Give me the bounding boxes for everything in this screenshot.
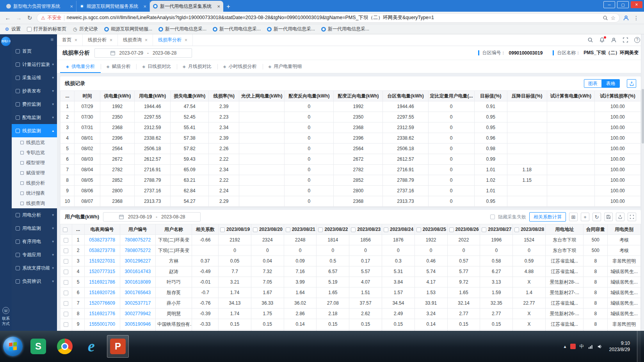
cell-link[interactable]: 3001765643 (120, 287, 155, 298)
cell-link[interactable]: 3001296227 (120, 256, 155, 266)
sidebar-subitem[interactable]: 模型管理 (12, 158, 57, 168)
sidebar-subitem[interactable]: 线损查询 (12, 198, 57, 208)
sidebar-item[interactable]: 负荷辨识▾ (12, 275, 57, 288)
input-method-indicator[interactable]: 中 (580, 343, 584, 350)
subtab[interactable]: ◈供电量分析 (60, 60, 101, 73)
export-icon[interactable] (616, 213, 624, 221)
scrollbar[interactable] (641, 34, 644, 331)
show-desktop-button[interactable] (637, 331, 641, 362)
sidebar-item[interactable]: 计量运行监测▾ (12, 58, 57, 71)
tab-close-icon[interactable]: × (217, 4, 220, 9)
bookmark-item[interactable]: 新一代用电信息采... (158, 26, 206, 32)
cell-link[interactable]: 1555001700 (84, 319, 120, 330)
browser-tab[interactable]: 新型电力负荷管理系统× (3, 1, 76, 12)
taskbar-wps-icon[interactable]: S (27, 335, 49, 358)
cell-link[interactable]: 3001614743 (120, 266, 155, 277)
tab-close-icon[interactable]: × (70, 4, 73, 9)
new-tab-button[interactable]: + (223, 2, 233, 12)
cell-link[interactable]: 0538273778 (84, 235, 120, 245)
taskbar-ie-icon[interactable]: e (80, 335, 102, 358)
browser-tab[interactable]: 能源互联网营销服务系统× (76, 1, 150, 12)
subtab[interactable]: ◈赋值分析 (101, 60, 137, 73)
cell-link[interactable]: 3005190947 (120, 330, 155, 331)
cell-link[interactable]: 7808075272 (120, 245, 155, 256)
row-checkbox[interactable] (64, 322, 68, 327)
bookmark-item[interactable]: 新一代用电信息采... (321, 26, 369, 32)
grid-settings-icon[interactable]: ⊞ (569, 213, 578, 221)
start-button[interactable] (3, 337, 23, 356)
url-field[interactable]: ⚠ 不安全 neweic.js.sgcc.com.cn/#/llm/line/L… (37, 13, 620, 23)
column-checkbox[interactable] (318, 227, 323, 232)
app-tab[interactable]: 线损分析× (83, 34, 118, 46)
table-row[interactable]: 508/0225642506.1857.822.26025642506.1800… (60, 144, 641, 154)
tab-close-icon[interactable]: × (75, 37, 77, 43)
sidebar-item[interactable]: 用电分析▾ (12, 208, 57, 222)
sidebar-subitem[interactable]: 线损总览 (12, 137, 57, 147)
sidebar-subitem[interactable]: 专职总览 (12, 147, 57, 158)
subtab[interactable]: ◈日线损对比 (136, 60, 177, 73)
bookmark-item[interactable]: 新一代用电信息采... (213, 26, 261, 32)
add-icon[interactable]: + (581, 213, 589, 221)
sidebar-item[interactable]: 系统支撑功能▾ (12, 261, 57, 275)
taskbar-chrome-icon[interactable] (54, 335, 76, 358)
sidebar-subitem[interactable]: 线损分析 (12, 178, 57, 188)
sidebar-item[interactable]: 采集运维▾ (12, 71, 57, 84)
cell-link[interactable]: 1555001701 (84, 330, 120, 331)
network-icon[interactable] (588, 344, 593, 349)
bookmark-item[interactable]: ◷历史记录 (73, 26, 98, 32)
table-row[interactable]: 615169207263001765643殷存英-0.71.741.671.64… (60, 287, 641, 298)
cell-link[interactable]: 3005190946 (120, 319, 155, 330)
cell-link[interactable]: 1516920726 (84, 287, 120, 298)
sidebar-item[interactable]: 配电监测▾ (12, 111, 57, 124)
profile-icon[interactable] (623, 15, 629, 21)
sidebar-item[interactable]: 线损监测▴ (12, 124, 57, 137)
cell-link[interactable]: 1520776609 (84, 298, 120, 309)
bookmark-item[interactable]: 新一代用电信息采... (267, 26, 315, 32)
table-row[interactable]: 715207766093002537717薛小芹-0.7634.1336.333… (60, 298, 641, 309)
zoom-icon[interactable] (603, 15, 608, 21)
hide-failed-checkbox[interactable] (490, 215, 495, 219)
browser-menu-icon[interactable]: ⋮ (632, 15, 640, 21)
maximize-button[interactable]: ▢ (617, 1, 629, 8)
table-row[interactable]: 1015550017013005190947中国铁塔股份有...-0.170.2… (60, 330, 641, 331)
security-warning[interactable]: 不安全 (48, 14, 62, 21)
table-row[interactable]: 105382737787808075272下坝(二)环美变-0.66219223… (60, 235, 641, 245)
sidebar-item[interactable]: 用电监测▾ (12, 222, 57, 235)
column-checkbox[interactable] (482, 227, 486, 232)
sidebar-item[interactable]: 首页 (12, 44, 57, 58)
help-icon[interactable]: ? (634, 37, 640, 43)
cell-link[interactable]: 1520777315 (84, 266, 120, 277)
column-checkbox[interactable] (514, 227, 519, 232)
row-checkbox[interactable] (64, 280, 68, 285)
tab-close-icon[interactable]: × (185, 37, 187, 43)
bookmark-item[interactable]: ⚙设置 (5, 26, 21, 32)
forward-icon[interactable]: → (15, 14, 23, 21)
subtab[interactable]: ◈小时线损分析 (217, 60, 263, 73)
subtab[interactable]: ◈月线损对比 (177, 60, 217, 73)
sidebar-item[interactable]: 有序用电▾ (12, 235, 57, 248)
bell-icon[interactable] (599, 37, 605, 43)
row-checkbox[interactable] (64, 291, 68, 295)
table-row[interactable]: 315192270313001296227方林0.370.050.040.090… (60, 256, 641, 266)
table-row[interactable]: 708/0427822716.9165.092.34027822716.9101… (60, 165, 641, 175)
cell-link[interactable]: 3001618089 (120, 277, 155, 287)
cell-link[interactable]: 1516921776 (84, 309, 120, 319)
table-row[interactable]: 608/0326722612.5759.432.22026722612.5700… (60, 154, 641, 165)
row-checkbox[interactable] (64, 238, 68, 243)
tab-close-icon[interactable]: × (145, 37, 148, 43)
scrollbar-thumb[interactable] (642, 89, 644, 144)
app-tab[interactable]: 线损率分析× (153, 34, 193, 46)
browser-tab[interactable]: 新一代用电信息采集系统× (150, 1, 223, 12)
contact-block[interactable]: ☏ 联系方式 (1, 307, 11, 328)
table-row[interactable]: 408/0123962338.6257.382.39023962338.6200… (60, 133, 641, 144)
taskbar-powerpoint-icon[interactable]: P (107, 335, 129, 358)
minimize-button[interactable]: ─ (603, 1, 615, 8)
row-checkbox[interactable] (64, 259, 68, 264)
close-button[interactable]: × (631, 1, 642, 8)
cell-link[interactable]: 7808075272 (120, 235, 155, 245)
cell-link[interactable]: 3002537717 (120, 298, 155, 309)
subtab[interactable]: ◈用户电量明细 (263, 60, 308, 73)
volume-icon[interactable] (597, 344, 602, 349)
sidebar-subitem[interactable]: 赋值管理 (12, 168, 57, 178)
table-row[interactable]: 207/3023502297.5552.452.23023502297.5500… (60, 112, 641, 122)
